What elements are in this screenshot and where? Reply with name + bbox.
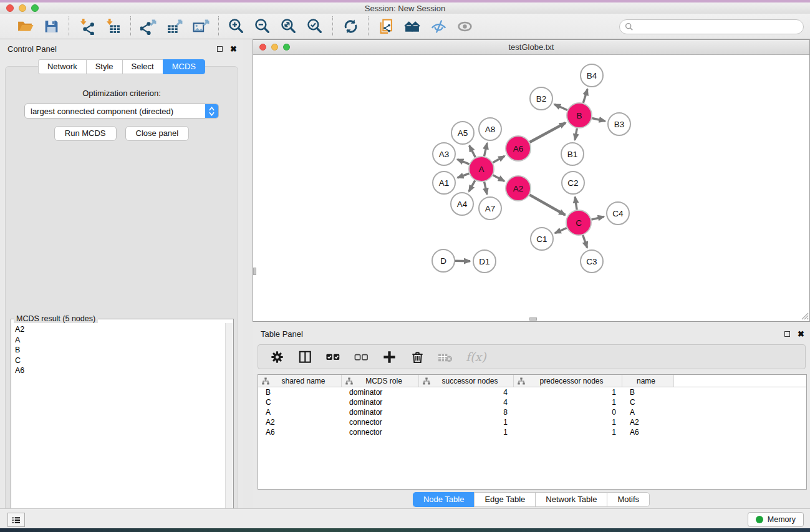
cell-name[interactable]: A6 (622, 428, 674, 437)
graph-node-D[interactable]: D (432, 249, 455, 272)
result-item[interactable]: A2 (15, 324, 225, 335)
cell-successor-nodes[interactable]: 4 (419, 388, 514, 397)
open-file-icon[interactable] (16, 17, 34, 35)
canvas-horizontal-scrollbar[interactable] (529, 317, 537, 321)
unselect-all-icon[interactable] (354, 349, 369, 365)
graph-edge-B-B1[interactable] (575, 128, 577, 140)
refresh-icon[interactable] (342, 17, 359, 35)
criterion-select[interactable]: largest connected component (directed) (24, 104, 219, 118)
float-panel-icon[interactable] (217, 46, 223, 52)
hide-selected-icon[interactable] (430, 17, 447, 35)
graph-edge-B-B4[interactable] (583, 89, 587, 103)
import-network-icon[interactable] (78, 17, 95, 35)
cell-shared-name[interactable]: A6 (258, 428, 342, 437)
tab-style[interactable]: Style (86, 59, 122, 74)
result-item[interactable]: A (15, 335, 225, 346)
table-row[interactable]: A2connector11A2 (258, 417, 806, 427)
graph-node-A6[interactable]: A6 (506, 136, 531, 161)
cell-MCDS-role[interactable]: dominator (342, 398, 419, 407)
column-header-predecessor-nodes[interactable]: predecessor nodes (514, 375, 622, 387)
cell-successor-nodes[interactable]: 4 (419, 398, 514, 407)
network-canvas[interactable]: B4B2BB3A8A5A6A3B1AA1C2A2A4A7C4CC1C3DD1 (253, 55, 809, 321)
graph-node-C1[interactable]: C1 (531, 228, 553, 250)
cell-predecessor-nodes[interactable]: 1 (514, 418, 622, 427)
graph-node-A8[interactable]: A8 (479, 118, 501, 140)
close-panel-icon[interactable]: ✖ (230, 46, 237, 52)
resize-grip-icon[interactable] (800, 311, 809, 320)
cell-name[interactable]: C (622, 398, 674, 407)
cell-MCDS-role[interactable]: dominator (342, 408, 419, 417)
memory-button[interactable]: Memory (748, 512, 804, 527)
search-input[interactable] (634, 21, 803, 33)
graph-node-B3[interactable]: B3 (608, 113, 630, 135)
table-row[interactable]: A6connector11A6 (258, 427, 806, 437)
task-history-button[interactable] (7, 513, 25, 527)
graph-node-C3[interactable]: C3 (581, 250, 603, 273)
tab-mcds[interactable]: MCDS (163, 59, 205, 74)
graph-edge-C-C1[interactable] (555, 228, 567, 233)
graph-edge-A2-C[interactable] (529, 195, 565, 215)
graph-edge-B-B3[interactable] (592, 118, 605, 122)
export-table-icon[interactable] (166, 17, 183, 35)
create-column-icon[interactable] (382, 349, 397, 365)
delete-columns-icon[interactable] (410, 349, 425, 365)
zoom-selected-icon[interactable] (306, 17, 324, 35)
home-icon[interactable] (403, 17, 421, 35)
graph-node-B2[interactable]: B2 (530, 87, 552, 110)
cell-shared-name[interactable]: A (258, 408, 342, 417)
search-box[interactable] (619, 19, 804, 34)
run-mcds-button[interactable]: Run MCDS (54, 126, 117, 141)
graph-edge-A-A4[interactable] (469, 180, 475, 191)
graph-edge-A-A3[interactable] (457, 160, 469, 165)
cell-MCDS-role[interactable]: connector (342, 428, 419, 437)
result-item[interactable]: B (15, 345, 225, 355)
graph-node-C[interactable]: C (566, 210, 591, 235)
graph-node-A1[interactable]: A1 (433, 172, 455, 194)
column-header-MCDS-role[interactable]: MCDS role (342, 375, 419, 387)
graph-edge-C-C2[interactable] (575, 197, 577, 210)
graph-edge-A-A7[interactable] (485, 182, 487, 195)
import-table-icon[interactable] (104, 17, 122, 35)
duplicate-network-icon[interactable] (377, 17, 395, 35)
table-options-icon[interactable] (269, 349, 285, 365)
table-close-icon[interactable]: ✖ (798, 331, 804, 337)
cell-name[interactable]: A (622, 408, 674, 417)
cell-predecessor-nodes[interactable]: 1 (514, 428, 622, 437)
select-all-icon[interactable] (325, 349, 341, 365)
export-image-icon[interactable] (192, 17, 210, 35)
graph-node-B[interactable]: B (567, 103, 592, 128)
result-scrollbar[interactable] (225, 323, 233, 528)
tab-motifs[interactable]: Motifs (607, 492, 650, 507)
cell-shared-name[interactable]: A2 (258, 418, 342, 427)
graph-node-A3[interactable]: A3 (433, 143, 455, 165)
graph-edge-A-A5[interactable] (470, 145, 476, 157)
cell-successor-nodes[interactable]: 1 (419, 428, 514, 437)
graph-edge-A-A8[interactable] (485, 143, 488, 157)
graph-edge-A-A1[interactable] (458, 173, 470, 178)
graph-edge-B-B2[interactable] (554, 104, 567, 110)
tab-network[interactable]: Network (38, 59, 86, 74)
cell-successor-nodes[interactable]: 1 (419, 418, 514, 427)
save-session-icon[interactable] (42, 17, 60, 35)
result-item[interactable]: A6 (15, 365, 225, 376)
graph-node-A5[interactable]: A5 (451, 122, 474, 144)
close-panel-button[interactable]: Close panel (125, 126, 190, 141)
table-row[interactable]: Cdominator41C (258, 397, 806, 407)
zoom-fit-icon[interactable] (280, 17, 297, 35)
cell-MCDS-role[interactable]: dominator (342, 388, 419, 397)
mcds-result-list[interactable]: A2ABCA6 (12, 323, 225, 528)
cell-shared-name[interactable]: C (258, 398, 342, 407)
cell-predecessor-nodes[interactable]: 1 (514, 388, 622, 397)
column-header-name[interactable]: name (622, 375, 674, 387)
column-header-successor-nodes[interactable]: successor nodes (419, 375, 514, 387)
graph-edge-A-A6[interactable] (493, 156, 504, 163)
graph-node-A4[interactable]: A4 (451, 193, 473, 215)
column-header-shared-name[interactable]: shared name (258, 375, 342, 387)
graph-node-C2[interactable]: C2 (562, 172, 584, 194)
graph-edge-A-A2[interactable] (493, 175, 504, 181)
graph-node-A7[interactable]: A7 (479, 197, 501, 220)
graph-node-A2[interactable]: A2 (506, 176, 531, 201)
graph-node-C4[interactable]: C4 (607, 202, 629, 225)
graph-node-B4[interactable]: B4 (581, 64, 603, 87)
cell-successor-nodes[interactable]: 8 (419, 408, 514, 417)
